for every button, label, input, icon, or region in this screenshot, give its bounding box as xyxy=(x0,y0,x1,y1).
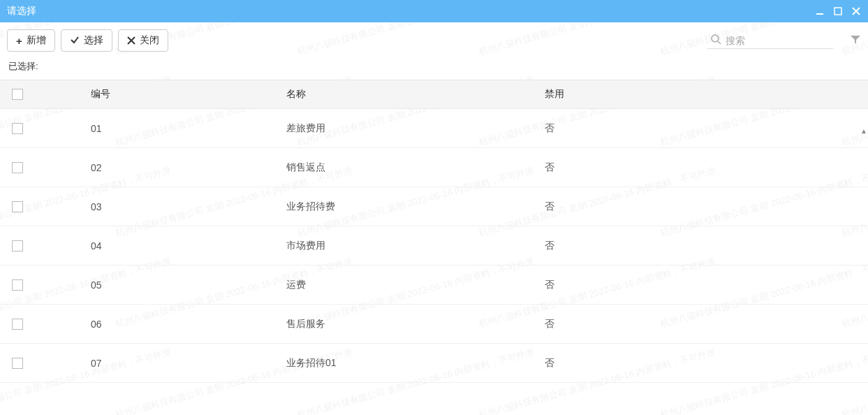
table-row[interactable]: 02销售返点否 xyxy=(0,148,868,187)
select-all-checkbox[interactable] xyxy=(12,89,23,100)
cell-disabled: 否 xyxy=(545,201,868,213)
titlebar: 请选择 xyxy=(0,0,868,22)
row-checkbox[interactable] xyxy=(12,201,23,212)
cell-name: 销售返点 xyxy=(286,161,545,174)
cell-disabled: 否 xyxy=(545,279,868,291)
search-input[interactable] xyxy=(726,35,830,46)
toolbar: + 新增 选择 关闭 xyxy=(0,22,868,56)
add-button[interactable]: + 新增 xyxy=(7,29,55,52)
cell-name: 售后服务 xyxy=(286,318,545,330)
check-icon xyxy=(70,35,80,46)
cell-disabled: 否 xyxy=(545,318,868,330)
svg-marker-8 xyxy=(851,36,860,44)
cell-name: 差旅费用 xyxy=(286,122,545,135)
filter-icon[interactable] xyxy=(850,34,861,48)
table-row[interactable]: 01差旅费用否 xyxy=(0,109,868,148)
cell-name: 业务招待01 xyxy=(286,357,545,370)
cell-code: 02 xyxy=(35,162,286,173)
cell-disabled: 否 xyxy=(545,240,868,252)
table-header: 编号 名称 禁用 xyxy=(0,80,868,109)
row-checkbox[interactable] xyxy=(12,123,23,134)
row-checkbox[interactable] xyxy=(12,279,23,291)
cell-code: 01 xyxy=(35,123,286,134)
window-controls xyxy=(815,6,861,16)
cell-name: 市场费用 xyxy=(286,240,545,252)
svg-rect-1 xyxy=(834,8,841,15)
cell-name: 运费 xyxy=(286,279,545,291)
plus-icon: + xyxy=(16,36,22,46)
add-button-label: 新增 xyxy=(27,34,46,47)
table-row[interactable]: 05运费否 xyxy=(0,265,868,305)
table-row[interactable]: 06售后服务否 xyxy=(0,305,868,344)
cell-disabled: 否 xyxy=(545,357,868,370)
table-row[interactable]: 03业务招待费否 xyxy=(0,187,868,226)
close-button[interactable]: 关闭 xyxy=(118,29,168,52)
header-code: 编号 xyxy=(35,88,286,101)
close-icon[interactable] xyxy=(851,6,861,16)
table-body: 01差旅费用否02销售返点否03业务招待费否04市场费用否05运费否06售后服务… xyxy=(0,109,868,415)
table-row[interactable]: 04市场费用否 xyxy=(0,226,868,265)
search-icon xyxy=(710,34,721,47)
cell-name: 业务招待费 xyxy=(286,201,545,213)
row-checkbox[interactable] xyxy=(12,162,23,173)
cell-code: 07 xyxy=(35,358,286,369)
cell-disabled: 否 xyxy=(545,122,868,135)
select-button-label: 选择 xyxy=(84,34,103,47)
header-name: 名称 xyxy=(286,88,545,101)
window-title: 请选择 xyxy=(7,5,36,17)
close-button-label: 关闭 xyxy=(140,34,159,47)
row-checkbox[interactable] xyxy=(12,240,23,252)
cell-code: 04 xyxy=(35,240,286,252)
row-checkbox[interactable] xyxy=(12,319,23,330)
select-button[interactable]: 选择 xyxy=(61,29,112,52)
cell-disabled: 否 xyxy=(545,161,868,174)
selected-label: 已选择: xyxy=(0,56,868,80)
svg-point-6 xyxy=(712,35,719,42)
table-row[interactable]: 07业务招待01否 xyxy=(0,344,868,383)
svg-line-7 xyxy=(718,41,721,44)
minimize-icon[interactable] xyxy=(815,6,825,16)
header-disabled: 禁用 xyxy=(545,88,868,101)
cell-code: 03 xyxy=(35,201,286,212)
row-checkbox[interactable] xyxy=(12,358,23,369)
cell-code: 05 xyxy=(35,279,286,291)
cell-code: 06 xyxy=(35,319,286,330)
search-box[interactable] xyxy=(707,32,833,49)
x-icon xyxy=(127,36,135,46)
maximize-icon[interactable] xyxy=(833,6,843,16)
